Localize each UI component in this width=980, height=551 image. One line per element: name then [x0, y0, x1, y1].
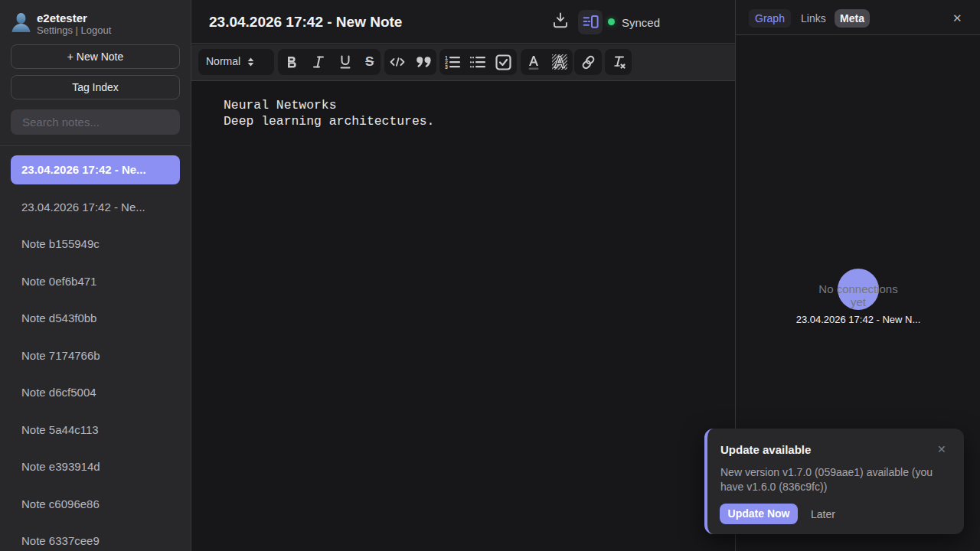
svg-text:3: 3 [445, 64, 448, 69]
